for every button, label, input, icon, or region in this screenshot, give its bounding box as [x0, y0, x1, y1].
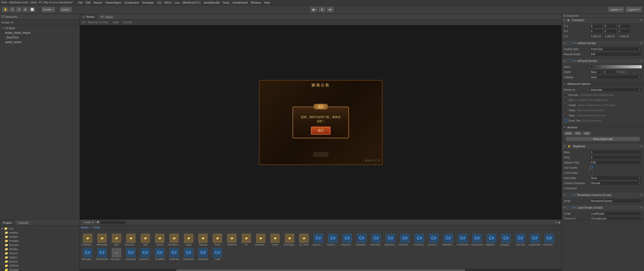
file-outlogctrl[interactable]: IMGOutLogCtrl...	[110, 248, 123, 261]
file-globalmod[interactable]: C#GlobalModu...	[442, 233, 455, 247]
scaling-style-dropdown[interactable]: Fixed Size ▼	[590, 47, 642, 51]
drag-val[interactable]	[590, 155, 641, 159]
menu-tools[interactable]: Tools	[223, 1, 230, 4]
file-loadscripts-cs[interactable]: C#LoadScripts	[528, 233, 541, 247]
step-button[interactable]: ⏭	[327, 7, 334, 12]
visible-checkbox[interactable]	[564, 104, 567, 107]
file-startmain[interactable]: C#StartMain	[196, 248, 210, 261]
play-button[interactable]: ▶	[310, 7, 317, 12]
menu-gameobject[interactable]: GameObject	[105, 1, 121, 4]
file-camerame2[interactable]: C#CameraMe...	[326, 233, 340, 247]
alpha-slider[interactable]	[590, 65, 642, 69]
static-checkbox[interactable]	[564, 114, 567, 117]
clipping-dropdown[interactable]: None ▼	[590, 75, 642, 79]
file-sendmail[interactable]: C#SendMail	[153, 248, 166, 261]
file-selectoutl[interactable]: 📁SelectOutl...	[124, 233, 138, 247]
pos-x[interactable]	[590, 24, 603, 28]
advanced-header[interactable]: ▼ Advanced Options	[562, 81, 644, 86]
tab-scene[interactable]: ⬡ Scene	[80, 14, 97, 19]
create-label[interactable]: Create ▼	[2, 21, 14, 24]
pos-z[interactable]	[617, 24, 630, 28]
layers-dropdown[interactable]: Layers ▼	[608, 7, 624, 12]
file-rmanager[interactable]: 📁RManager	[95, 233, 109, 247]
uipanel-enabled[interactable]: ✓	[567, 59, 570, 62]
file-myplaysdk[interactable]: C#MyPlaySDK	[95, 248, 109, 261]
menu-file[interactable]: File	[78, 1, 83, 4]
menu-ngui[interactable]: NGUI	[164, 1, 172, 4]
file-languagem[interactable]: C#LanguageM...	[499, 233, 513, 247]
file-functions[interactable]: C#Functions...	[413, 233, 426, 247]
depth-back[interactable]: Back	[590, 70, 603, 74]
bottom-scrollbar[interactable]	[80, 269, 562, 271]
rigidbody-header[interactable]: ▼ ⚡ Rigidbody ⚙	[562, 144, 644, 149]
mass-val[interactable]	[590, 150, 641, 154]
tool-move[interactable]: ✛	[10, 7, 15, 12]
tree-sound[interactable]: 📁 Sound	[1, 251, 79, 255]
file-ui[interactable]: 📁UI	[240, 233, 253, 247]
tree-version[interactable]: 📁 Version	[1, 268, 79, 271]
file-messagere[interactable]: C#MessageRe...	[81, 248, 94, 261]
space-selector[interactable]: Local ▼	[60, 7, 72, 12]
res-camera-settings[interactable]: ⚙	[640, 194, 642, 196]
maximize-btn[interactable]: Maximize on Play	[88, 21, 108, 24]
tree-scenes[interactable]: 📁 Scenes	[1, 243, 79, 247]
uiroot-enabled[interactable]: ✓	[567, 42, 570, 45]
file-tuple[interactable]: C#Tuple	[211, 248, 224, 261]
pos-y[interactable]	[604, 24, 616, 28]
menu-component[interactable]: Component	[124, 1, 139, 4]
file-destroyon1[interactable]: C#DestroyOn...	[341, 233, 354, 247]
rot-y[interactable]	[604, 29, 616, 33]
file-destroyon2[interactable]: C#DestroyOn...	[355, 233, 368, 247]
tree-shader[interactable]: 📁 Shader	[1, 247, 79, 251]
uiroot-header[interactable]: ▼ ✓ C# UIRoot (Script) ⚙	[562, 40, 644, 46]
is-kinematic-checkbox[interactable]	[590, 171, 593, 174]
menu-assetbundle[interactable]: AssetBundle	[204, 1, 220, 4]
hierarchy-item-world[interactable]: world_center	[0, 40, 80, 44]
load-scripts-enabled[interactable]: ✓	[567, 206, 570, 209]
file-lhctest-cs[interactable]: C#LHCTest	[514, 233, 527, 247]
tool-hand[interactable]: ✋	[2, 7, 9, 12]
file-vptimer[interactable]: 📁vp_Timer	[297, 233, 311, 247]
file-sdk[interactable]: 📁SDK	[110, 233, 123, 247]
tree-prefabs[interactable]: 📁 Prefabs	[1, 239, 79, 243]
pivot-selector[interactable]: Center ▼	[41, 7, 55, 12]
file-vipcharg[interactable]: 📁VIPCharg...	[283, 233, 296, 247]
file-skill[interactable]: 📁Skill	[139, 233, 152, 247]
menu-simulator[interactable]: Simulator	[142, 1, 154, 4]
tree-statics[interactable]: 📁 Statics	[1, 255, 79, 259]
scale-x[interactable]	[590, 34, 603, 38]
hierarchy-item-realtime[interactable]: _RealTime	[0, 35, 80, 40]
create-btn[interactable]: Create ▼	[81, 220, 96, 225]
file-camerame1[interactable]: C#CameraMe...	[312, 233, 325, 247]
project-toolbar-btn-2[interactable]: ◼	[558, 221, 560, 224]
tool-rect[interactable]: ⬜	[29, 7, 36, 12]
anchor-pos[interactable]: Pos	[574, 131, 582, 135]
tree-lua[interactable]: ▶ 📁 Lua	[1, 226, 79, 231]
file-devicebas[interactable]: C#DeviceBas...	[369, 233, 383, 247]
uipanel-header[interactable]: ▼ ✓ C# UIPanel (Script) ⚙	[562, 58, 644, 63]
show-draw-calls-btn[interactable]: Show Draw Calls	[566, 137, 640, 141]
file-password[interactable]: C#password	[124, 248, 138, 261]
scale-z[interactable]	[617, 34, 630, 38]
menu-assetexport[interactable]: AssetExport	[232, 1, 248, 4]
use-gravity-checkbox[interactable]: ✓	[590, 166, 593, 169]
res-camera-header[interactable]: ▼ ✓ C# Resolution Camera (Script) ⚙	[562, 192, 644, 198]
menu-help[interactable]: Help	[264, 1, 270, 4]
file-sound-folder[interactable]: 📁Sound	[153, 233, 166, 247]
stats-btn[interactable]: Stats	[113, 21, 119, 24]
ls-script-val[interactable]	[590, 211, 641, 216]
tree-models[interactable]: 📁 models	[1, 231, 79, 235]
panel-tool-checkbox[interactable]: ✓	[564, 119, 567, 122]
anchors-header[interactable]: ▼ Anchors	[562, 125, 644, 130]
tab-game[interactable]: 🎮 Game	[98, 14, 116, 19]
tab-project[interactable]: Project	[0, 220, 14, 225]
scale-y[interactable]	[604, 34, 616, 38]
rot-z[interactable]	[617, 29, 630, 33]
file-gmwindow[interactable]: C#GmWindow	[456, 233, 469, 247]
tab-console[interactable]: Console	[15, 220, 31, 225]
file-sortrules[interactable]: C#SortRules	[167, 248, 181, 261]
anchor-none[interactable]: None	[564, 131, 573, 135]
transform-header[interactable]: ▼ ⊞ Transform ⚙	[562, 18, 644, 23]
file-soundcont[interactable]: 📁SoundCont...	[167, 233, 181, 247]
breadcrumb-assets[interactable]: Assets	[81, 226, 89, 229]
